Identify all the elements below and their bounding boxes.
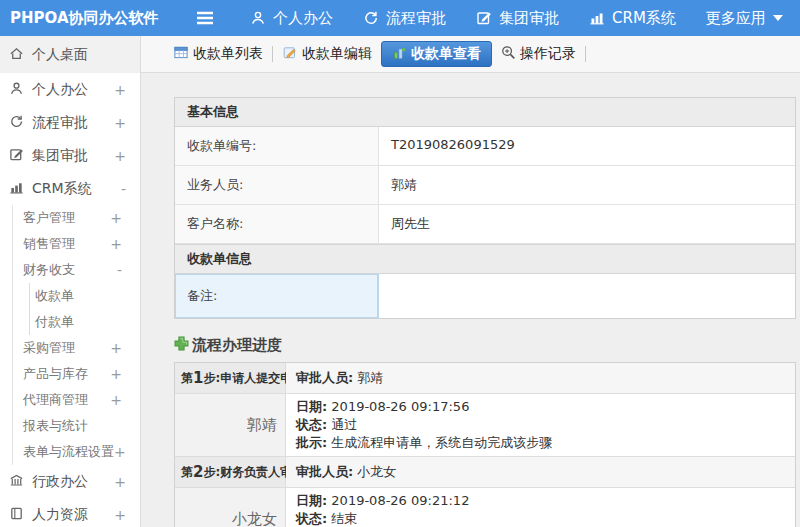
sidebar-item-personal-office[interactable]: 个人办公 + (0, 73, 140, 106)
sidebar-item-label: 流程审批 (32, 114, 88, 132)
sidebar-item-finance[interactable]: 财务收支 - (13, 257, 140, 283)
sidebar-item-sales-mgmt[interactable]: 销售管理 + (13, 231, 140, 257)
crm-submenu: 客户管理 + 销售管理 + 财务收支 - 收款单 付款单 采购管理 (12, 205, 140, 465)
sidebar-item-label: 表单与流程设置 (23, 443, 114, 461)
date-label: 日期: (296, 399, 327, 414)
field-value-sales-person: 郭靖 (379, 166, 795, 204)
topnav-item-group-approval[interactable]: 集团审批 (476, 9, 559, 28)
step-detail-cell: 日期: 2019-08-26 09:17:56 状态: 通过 批示: 生成流程申… (286, 394, 795, 456)
form-row-customer-name: 客户名称: 周先生 (175, 205, 795, 244)
topnav-label: 流程审批 (386, 9, 446, 28)
approver-name: 小龙女 (357, 464, 396, 479)
tab-label: 收款单编辑 (302, 45, 372, 63)
tab-operation-log[interactable]: 操作记录 (501, 45, 576, 63)
expand-plus-icon[interactable]: + (114, 148, 126, 164)
edit-square-icon (476, 10, 492, 26)
field-value-note (379, 274, 795, 318)
sidebar-item-label: 收款单 (35, 287, 74, 305)
field-label: 客户名称: (175, 205, 379, 243)
sidebar-item-label: 财务收支 (23, 261, 75, 279)
field-label: 业务人员: (175, 166, 379, 204)
expand-plus-icon[interactable]: + (110, 366, 122, 382)
handler-name: 郭靖 (175, 394, 286, 456)
tab-receipt-edit[interactable]: 收款单编辑 (282, 45, 372, 63)
step-prefix: 第 (181, 464, 193, 481)
topbar: PHPOA协同办公软件 个人办公 流程审批 集团审批 CRM系统 更多应用 (0, 0, 800, 36)
person-icon (250, 10, 266, 26)
sidebar-item-agent-mgmt[interactable]: 代理商管理 + (13, 387, 140, 413)
topnav-item-personal-office[interactable]: 个人办公 (250, 9, 333, 28)
sidebar-item-workflow-approval[interactable]: 流程审批 + (0, 106, 140, 139)
topnav-label: 更多应用 (706, 9, 766, 28)
collapse-minus-icon[interactable]: - (117, 262, 122, 278)
sidebar-item-personal-desktop[interactable]: 个人桌面 (0, 36, 140, 73)
table-list-icon (173, 45, 189, 63)
step-number: 2 (193, 463, 203, 481)
tab-separator (272, 46, 273, 62)
tab-receipt-view[interactable]: 收款单查看 (381, 41, 492, 67)
sidebar-item-form-flow-settings[interactable]: 表单与流程设置 + (13, 439, 140, 465)
progress-title-text: 流程办理进度 (192, 336, 282, 355)
caret-down-icon (773, 15, 783, 21)
sidebar-item-product-inventory[interactable]: 产品与库存 + (13, 361, 140, 387)
sidebar-item-label: 代理商管理 (23, 391, 88, 409)
form-row-sales-person: 业务人员: 郭靖 (175, 166, 795, 205)
finance-submenu: 收款单 付款单 (29, 283, 140, 335)
view-chart-icon (392, 46, 407, 63)
expand-plus-icon[interactable]: + (114, 474, 126, 490)
sidebar-item-crm[interactable]: CRM系统 - (0, 172, 140, 205)
form-row-note: 备注: (175, 274, 795, 318)
hamburger-menu-icon[interactable] (196, 11, 214, 25)
field-label: 备注: (175, 274, 379, 318)
expand-plus-icon[interactable]: + (114, 115, 126, 131)
sidebar-item-reports-stats[interactable]: 报表与统计 (13, 413, 140, 439)
expand-plus-icon[interactable]: + (110, 210, 122, 226)
tab-receipt-list[interactable]: 收款单列表 (173, 45, 263, 63)
magnifier-plus-icon (501, 45, 516, 63)
topnav-item-more-apps[interactable]: 更多应用 (706, 9, 783, 28)
remark-label: 批示: (296, 435, 327, 450)
field-value-receipt-no: T20190826091529 (379, 127, 795, 165)
handler-name: 小龙女 (175, 488, 286, 527)
date-value: 2019-08-26 09:17:56 (331, 399, 469, 414)
approver-label: 审批人员: (296, 464, 353, 479)
sidebar-item-customer-mgmt[interactable]: 客户管理 + (13, 205, 140, 231)
sidebar-item-hr[interactable]: 人力资源 + (0, 498, 140, 527)
sidebar-item-group-approval[interactable]: 集团审批 + (0, 139, 140, 172)
progress-detail-row: 郭靖 日期: 2019-08-26 09:17:56 状态: 通过 批示: 生成… (175, 394, 795, 457)
step-prefix: 第 (181, 370, 193, 387)
sidebar-item-payment-order[interactable]: 付款单 (30, 309, 140, 335)
expand-plus-icon[interactable]: + (110, 236, 122, 252)
status-value: 通过 (331, 417, 357, 432)
app-title: PHPOA协同办公软件 (0, 9, 172, 28)
topnav-item-workflow-approval[interactable]: 流程审批 (363, 9, 446, 28)
topnav-label: CRM系统 (612, 9, 676, 28)
sidebar-item-label: 人力资源 (32, 506, 88, 524)
receipt-form-table: 基本信息 收款单编号: T20190826091529 业务人员: 郭靖 客户名… (174, 97, 796, 319)
status-label: 状态: (296, 511, 327, 526)
tab-separator (585, 46, 586, 62)
bar-chart-icon (589, 10, 605, 26)
sidebar-item-label: 集团审批 (32, 147, 88, 165)
topnav-item-crm[interactable]: CRM系统 (589, 9, 676, 28)
expand-plus-icon[interactable]: + (114, 507, 126, 523)
flow-icon (363, 10, 379, 26)
approver-label: 审批人员: (296, 370, 353, 385)
section-header-receipt-info: 收款单信息 (175, 244, 795, 274)
expand-plus-icon[interactable]: + (110, 392, 122, 408)
bar-chart-icon (9, 180, 24, 198)
detail-status-line: 状态: 结束 (296, 510, 785, 527)
expand-plus-icon[interactable]: + (114, 444, 126, 460)
home-icon (9, 46, 24, 64)
section-header-basic-info: 基本信息 (175, 98, 795, 127)
progress-step-row: 第1步:申请人提交申请 审批人员: 郭靖 (175, 363, 795, 394)
sidebar-item-admin-office[interactable]: 行政办公 + (0, 465, 140, 498)
sidebar-item-purchase-mgmt[interactable]: 采购管理 + (13, 335, 140, 361)
collapse-minus-icon[interactable]: - (121, 181, 126, 197)
sidebar-item-receipt-order[interactable]: 收款单 (30, 283, 140, 309)
sidebar-item-label: 产品与库存 (23, 365, 88, 383)
expand-plus-icon[interactable]: + (110, 340, 122, 356)
remark-value: 生成流程申请单，系统自动完成该步骤 (331, 435, 552, 450)
sidebar-item-label: 个人桌面 (32, 46, 88, 64)
expand-plus-icon[interactable]: + (114, 82, 126, 98)
